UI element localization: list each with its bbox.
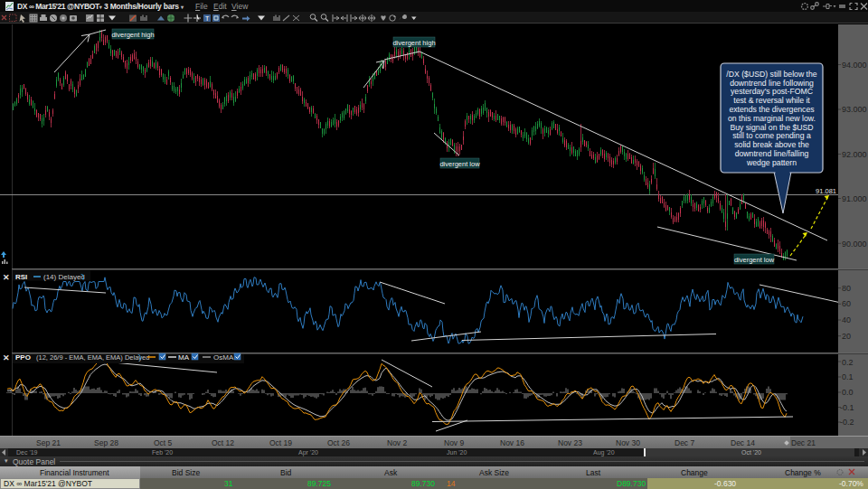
- svg-text:0.2: 0.2: [842, 358, 854, 367]
- svg-text:/DX ($USD) still below the: /DX ($USD) still below the: [726, 70, 817, 79]
- svg-text:93.000: 93.000: [842, 105, 867, 114]
- svg-text:80: 80: [842, 284, 851, 293]
- svg-text:extends the divergences: extends the divergences: [729, 105, 815, 114]
- svg-text:still to come pending a: still to come pending a: [732, 131, 811, 140]
- svg-text:RSI: RSI: [15, 273, 27, 281]
- svg-text:on this marginal new low.: on this marginal new low.: [728, 114, 816, 123]
- svg-text:92.000: 92.000: [842, 150, 867, 159]
- svg-text:T: T: [205, 15, 210, 22]
- svg-text:90.000: 90.000: [842, 240, 867, 249]
- svg-text:(14) Delayed: (14) Delayed: [43, 273, 85, 281]
- svg-text:91.000: 91.000: [842, 194, 867, 203]
- svg-text:yesterday's post-FOMC: yesterday's post-FOMC: [731, 87, 813, 96]
- svg-text:divergent high: divergent high: [111, 31, 154, 39]
- svg-text:40: 40: [842, 315, 851, 324]
- svg-text:downtrend line/falling: downtrend line/falling: [735, 149, 809, 158]
- svg-text:0.1: 0.1: [842, 372, 854, 381]
- svg-text:OsMA: OsMA: [213, 353, 234, 362]
- svg-text:✕: ✕: [3, 353, 10, 362]
- svg-text:60: 60: [842, 299, 851, 308]
- svg-text:downtrend line following: downtrend line following: [730, 79, 814, 88]
- svg-text:test & reversal while it: test & reversal while it: [733, 96, 810, 105]
- svg-text:20: 20: [842, 332, 851, 341]
- svg-text:solid break above the: solid break above the: [734, 140, 809, 149]
- svg-text:Buy signal on the $USD: Buy signal on the $USD: [730, 123, 813, 132]
- svg-text:PPO: PPO: [15, 353, 31, 362]
- svg-text:-0.2: -0.2: [840, 418, 854, 427]
- svg-text:94.000: 94.000: [842, 61, 867, 70]
- svg-text:divergent high: divergent high: [392, 39, 435, 47]
- svg-text:-0.1: -0.1: [840, 403, 854, 412]
- svg-text:divergent low: divergent low: [439, 160, 480, 168]
- svg-text:0.0: 0.0: [842, 388, 854, 397]
- svg-text:divergent low: divergent low: [734, 256, 775, 264]
- svg-text:91.081: 91.081: [816, 187, 836, 195]
- svg-text:✕: ✕: [3, 273, 10, 282]
- svg-text:(12, 26/9 - EMA, EMA, EMA) Del: (12, 26/9 - EMA, EMA, EMA) Delayed: [36, 353, 149, 362]
- svg-text:MA: MA: [178, 353, 190, 362]
- svg-text:wedge pattern: wedge pattern: [746, 158, 797, 167]
